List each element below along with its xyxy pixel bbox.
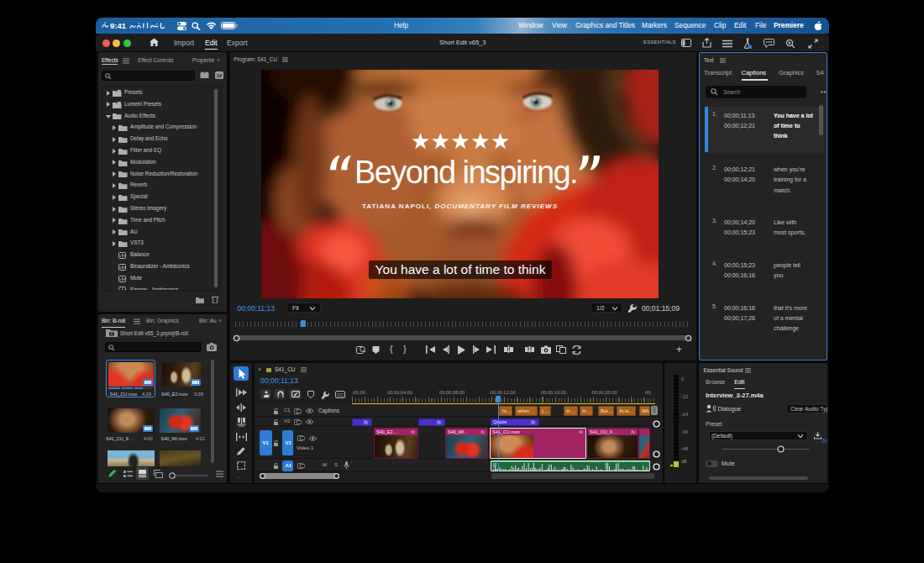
svg-text:CC: CC [337,392,344,397]
svg-text:32: 32 [217,73,223,78]
